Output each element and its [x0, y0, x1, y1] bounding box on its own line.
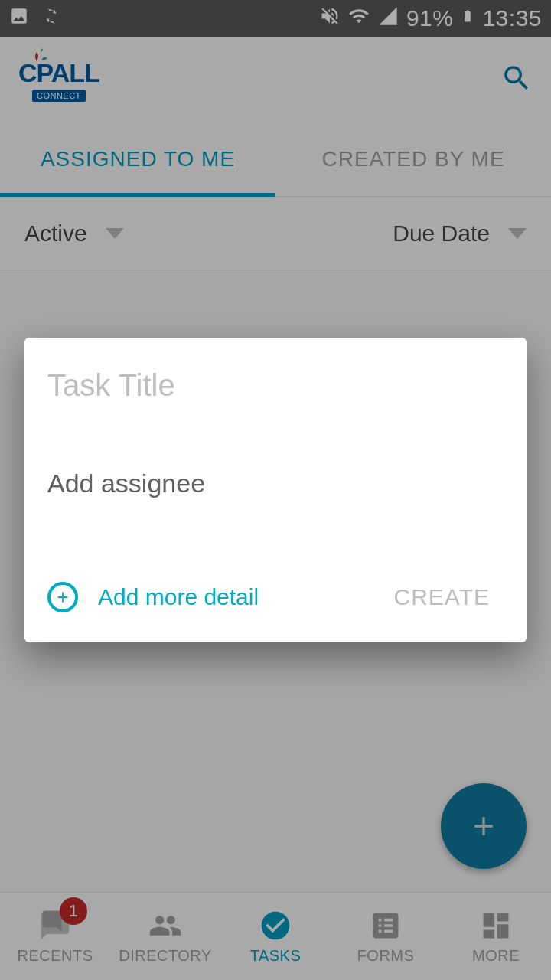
task-title-input[interactable] [47, 368, 504, 403]
plus-circle-icon [47, 582, 78, 612]
modal-overlay[interactable]: Add assignee Add more detail CREATE [0, 0, 551, 980]
new-task-modal: Add assignee Add more detail CREATE [24, 338, 527, 642]
add-more-detail-button[interactable]: Add more detail [47, 582, 259, 612]
create-button[interactable]: CREATE [380, 575, 504, 619]
add-assignee-button[interactable]: Add assignee [47, 469, 504, 498]
